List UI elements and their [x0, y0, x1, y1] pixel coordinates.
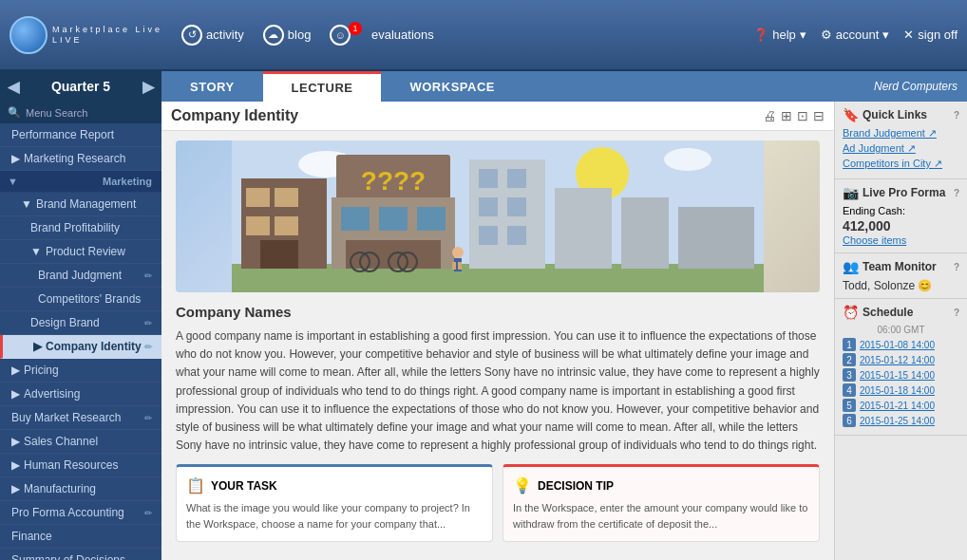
svg-text:????: ????: [361, 166, 426, 196]
activity-link[interactable]: ↺ activity: [181, 25, 244, 46]
sidebar-item-summary-of-decisions[interactable]: Summary of Decisions: [0, 549, 161, 560]
sidebar-item-product-review[interactable]: ▼ Product Review: [0, 240, 161, 264]
content-icons: 🖨 ⊞ ⊡ ⊟: [763, 108, 825, 123]
sidebar-item-performance-report[interactable]: Performance Report: [0, 123, 161, 147]
view-icon[interactable]: ⊞: [781, 108, 792, 123]
sidebar-item-competitors-brands[interactable]: Competitors' Brands: [0, 288, 161, 311]
tabs-bar: STORY LECTURE WORKSPACE Nerd Computers: [161, 71, 967, 102]
schedule-header: ⏰ Schedule ?: [843, 305, 959, 320]
schedule-date[interactable]: 2015-01-25 14:00: [860, 416, 935, 426]
expand-icon: ▶: [33, 340, 42, 353]
top-bar: Marketplace Live LIVE ↺ activity ☁ blog …: [0, 0, 967, 71]
help-icon[interactable]: ?: [954, 308, 959, 318]
sidebar-item-pricing[interactable]: ▶ Pricing: [0, 359, 161, 383]
settings-icon[interactable]: ⊟: [813, 108, 825, 123]
sidebar-item-marketing-research[interactable]: ▶ Marketing Research: [0, 147, 161, 171]
schedule-num: 5: [843, 399, 856, 412]
help-icon[interactable]: ?: [954, 188, 959, 198]
schedule-row-6: 6 2015-01-25 14:00: [843, 414, 959, 427]
svg-rect-25: [507, 169, 526, 188]
help-link[interactable]: ❓ help ▾: [753, 28, 806, 42]
team-icon: 👥: [843, 259, 859, 274]
quarter-next-arrow[interactable]: ▶: [142, 78, 154, 96]
schedule-date[interactable]: 2015-01-18 14:00: [860, 385, 935, 396]
schedule-date[interactable]: 2015-01-15 14:00: [860, 370, 935, 381]
svg-rect-8: [246, 216, 270, 235]
tab-workspace[interactable]: WORKSPACE: [381, 71, 522, 102]
sidebar-item-company-identity[interactable]: ▶ Company Identity ✏: [0, 335, 161, 359]
sidebar-item-brand-management[interactable]: ▼ Brand Management: [0, 193, 161, 216]
company-name: Nerd Computers: [864, 71, 967, 102]
camera-icon: 📷: [843, 185, 859, 200]
content-header: Company Identity 🖨 ⊞ ⊡ ⊟: [161, 102, 834, 131]
sidebar-search[interactable]: 🔍 Menu Search: [0, 102, 161, 123]
help-icon[interactable]: ?: [954, 262, 959, 272]
expand-icon: ▶: [11, 435, 20, 448]
account-link[interactable]: ⚙ account ▾: [821, 28, 890, 42]
choose-items-link[interactable]: Choose items: [843, 234, 906, 246]
sidebar-item-brand-judgment[interactable]: Brand Judgment ✏: [0, 264, 161, 288]
sidebar: 🔍 Menu Search Performance Report ▶ Marke…: [0, 102, 161, 560]
quarter-label: Quarter 5: [51, 79, 110, 94]
your-task-card: 📋 YOUR TASK What is the image you would …: [176, 464, 493, 542]
sidebar-item-human-resources[interactable]: ▶ Human Resources: [0, 454, 161, 477]
pencil-icon: ✏: [144, 413, 152, 423]
schedule-date[interactable]: 2015-01-12 14:00: [860, 355, 935, 365]
search-icon: 🔍: [8, 106, 21, 119]
svg-rect-15: [379, 207, 408, 231]
expand-icon: ▶: [11, 387, 20, 401]
sign-off-icon: ✕: [903, 28, 914, 42]
evaluations-link[interactable]: ☺ 1 evaluations: [330, 25, 433, 46]
expand-icon: ▶: [11, 482, 20, 495]
team-monitor-header: 👥 Team Monitor ?: [843, 259, 959, 274]
expand-icon: ▶: [11, 364, 20, 377]
tab-story[interactable]: STORY: [161, 71, 263, 102]
right-panel: 🔖 Quick Links ? Brand Judgement ↗ Ad Jud…: [834, 102, 967, 560]
svg-rect-14: [341, 207, 370, 231]
sign-off-link[interactable]: ✕ sign off: [903, 28, 958, 42]
svg-rect-27: [507, 197, 526, 216]
svg-rect-36: [458, 262, 462, 270]
logo-globe-icon: [9, 16, 47, 54]
sidebar-item-pro-forma-accounting[interactable]: Pro Forma Accounting ✏: [0, 501, 161, 525]
expand-icon: ▼: [30, 245, 42, 258]
quick-link-brand-judgement[interactable]: Brand Judgement ↗: [843, 127, 959, 140]
svg-rect-7: [275, 188, 298, 207]
second-bar: ◀ Quarter 5 ▶ STORY LECTURE WORKSPACE Ne…: [0, 71, 967, 102]
sidebar-item-advertising[interactable]: ▶ Advertising: [0, 383, 161, 406]
quick-link-competitors-in-city[interactable]: Competitors in City ↗: [843, 158, 959, 170]
ending-cash-value: 412,000: [843, 218, 959, 233]
team-monitor-section: 👥 Team Monitor ? Todd, Solonze 😊: [835, 253, 967, 299]
help-icon[interactable]: ?: [954, 110, 959, 121]
sidebar-item-manufacturing[interactable]: ▶ Manufacturing: [0, 477, 161, 501]
decision-tip-header: 💡 DECISION TIP: [513, 476, 809, 495]
tab-lecture[interactable]: LECTURE: [263, 71, 382, 102]
help-chevron-icon: ▾: [800, 28, 806, 42]
pencil-icon: ✏: [144, 342, 152, 352]
decision-tip-card: 💡 DECISION TIP In the Workspace, enter t…: [502, 464, 820, 542]
sidebar-item-sales-channel[interactable]: ▶ Sales Channel: [0, 430, 161, 454]
schedule-date[interactable]: 2015-01-21 14:00: [860, 401, 935, 411]
print-icon[interactable]: 🖨: [763, 108, 776, 123]
quarter-nav: ◀ Quarter 5 ▶: [0, 71, 161, 102]
quarter-prev-arrow[interactable]: ◀: [8, 78, 19, 96]
sidebar-item-brand-profitability[interactable]: Brand Profitability: [0, 216, 161, 240]
pencil-icon: ✏: [144, 508, 152, 518]
content-body: ????: [161, 131, 834, 560]
smiley-icon: 😊: [918, 279, 932, 292]
tip-icon: 💡: [513, 476, 532, 495]
expand-icon: ▶: [11, 152, 20, 165]
schedule-date[interactable]: 2015-01-08 14:00: [860, 340, 935, 350]
quick-link-ad-judgment[interactable]: Ad Judgment ↗: [843, 142, 959, 155]
sidebar-item-design-brand[interactable]: Design Brand ✏: [0, 311, 161, 335]
your-task-text: What is the image you would like your co…: [186, 500, 483, 532]
expand-icon: ▶: [11, 458, 20, 472]
sidebar-item-finance[interactable]: Finance: [0, 525, 161, 549]
expand-icon: ▼: [21, 197, 32, 211]
blog-link[interactable]: ☁ blog: [263, 25, 312, 46]
building-svg: ????: [176, 140, 820, 292]
logo-live: LIVE: [52, 35, 162, 46]
bottom-cards: 📋 YOUR TASK What is the image you would …: [176, 464, 820, 542]
sidebar-item-buy-market-research[interactable]: Buy Market Research ✏: [0, 406, 161, 430]
expand-icon[interactable]: ⊡: [797, 108, 808, 123]
